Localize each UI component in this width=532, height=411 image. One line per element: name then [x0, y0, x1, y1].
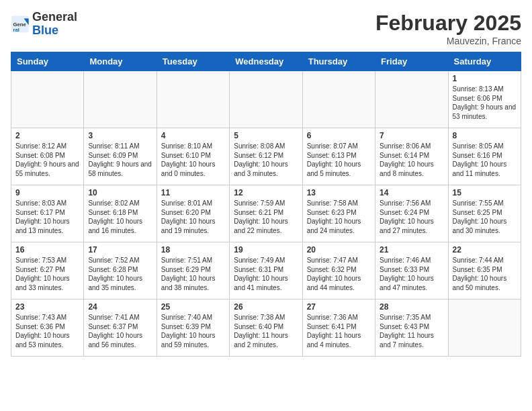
day-number: 4 — [161, 131, 225, 140]
calendar-cell: 18Sunrise: 7:51 AM Sunset: 6:29 PM Dayli… — [157, 242, 229, 300]
calendar-cell — [375, 71, 448, 128]
day-info: Sunrise: 7:51 AM Sunset: 6:29 PM Dayligh… — [161, 256, 225, 292]
day-number: 12 — [234, 188, 298, 197]
calendar-cell: 16Sunrise: 7:53 AM Sunset: 6:27 PM Dayli… — [11, 242, 84, 300]
weekday-header: Thursday — [302, 52, 375, 71]
calendar-cell: 20Sunrise: 7:47 AM Sunset: 6:32 PM Dayli… — [302, 242, 375, 300]
week-row: 2Sunrise: 8:12 AM Sunset: 6:08 PM Daylig… — [11, 128, 521, 185]
calendar-cell: 14Sunrise: 7:56 AM Sunset: 6:24 PM Dayli… — [375, 185, 448, 242]
calendar-cell: 1Sunrise: 8:13 AM Sunset: 6:06 PM Daylig… — [448, 71, 521, 128]
calendar-cell: 24Sunrise: 7:41 AM Sunset: 6:37 PM Dayli… — [84, 300, 157, 357]
day-info: Sunrise: 8:13 AM Sunset: 6:06 PM Dayligh… — [453, 85, 517, 121]
day-info: Sunrise: 8:03 AM Sunset: 6:17 PM Dayligh… — [15, 199, 79, 235]
day-number: 1 — [453, 74, 517, 83]
day-info: Sunrise: 8:02 AM Sunset: 6:18 PM Dayligh… — [88, 199, 152, 235]
day-info: Sunrise: 7:47 AM Sunset: 6:32 PM Dayligh… — [307, 256, 371, 292]
day-number: 13 — [307, 188, 371, 197]
logo-blue: Blue — [32, 24, 58, 37]
day-number: 23 — [15, 302, 79, 312]
calendar-cell: 4Sunrise: 8:10 AM Sunset: 6:10 PM Daylig… — [157, 128, 229, 185]
day-number: 27 — [307, 302, 371, 312]
calendar-cell: 26Sunrise: 7:38 AM Sunset: 6:40 PM Dayli… — [230, 300, 302, 357]
title-area: February 2025 Mauvezin, France — [375, 11, 521, 46]
weekday-header: Tuesday — [157, 52, 229, 71]
day-info: Sunrise: 7:53 AM Sunset: 6:27 PM Dayligh… — [15, 256, 79, 292]
day-info: Sunrise: 8:06 AM Sunset: 6:14 PM Dayligh… — [380, 142, 443, 178]
day-info: Sunrise: 8:11 AM Sunset: 6:09 PM Dayligh… — [88, 142, 152, 178]
day-info: Sunrise: 8:05 AM Sunset: 6:16 PM Dayligh… — [453, 142, 517, 178]
weekday-header: Friday — [375, 52, 448, 71]
calendar-cell: 8Sunrise: 8:05 AM Sunset: 6:16 PM Daylig… — [448, 128, 521, 185]
calendar-cell: 5Sunrise: 8:08 AM Sunset: 6:12 PM Daylig… — [230, 128, 302, 185]
day-number: 19 — [234, 245, 298, 255]
day-number: 26 — [234, 302, 298, 312]
calendar-cell: 2Sunrise: 8:12 AM Sunset: 6:08 PM Daylig… — [11, 128, 84, 185]
day-info: Sunrise: 7:52 AM Sunset: 6:28 PM Dayligh… — [88, 256, 152, 292]
logo-icon: Gene ral — [11, 15, 30, 34]
day-number: 17 — [88, 245, 152, 255]
day-number: 11 — [161, 188, 225, 197]
day-info: Sunrise: 7:59 AM Sunset: 6:21 PM Dayligh… — [234, 199, 298, 235]
day-info: Sunrise: 7:56 AM Sunset: 6:24 PM Dayligh… — [380, 199, 443, 235]
calendar-subtitle: Mauvezin, France — [375, 36, 521, 46]
day-number: 9 — [15, 188, 79, 197]
day-info: Sunrise: 7:43 AM Sunset: 6:36 PM Dayligh… — [15, 313, 79, 349]
day-number: 25 — [161, 302, 225, 312]
calendar-cell — [84, 71, 157, 128]
calendar-title: February 2025 — [375, 11, 521, 36]
day-number: 7 — [380, 131, 443, 140]
weekday-header: Saturday — [448, 52, 521, 71]
calendar-cell: 25Sunrise: 7:40 AM Sunset: 6:39 PM Dayli… — [157, 300, 229, 357]
calendar-cell: 9Sunrise: 8:03 AM Sunset: 6:17 PM Daylig… — [11, 185, 84, 242]
day-number: 15 — [453, 188, 517, 197]
week-row: 23Sunrise: 7:43 AM Sunset: 6:36 PM Dayli… — [11, 300, 521, 357]
day-number: 8 — [453, 131, 517, 140]
calendar-cell: 28Sunrise: 7:35 AM Sunset: 6:43 PM Dayli… — [375, 300, 448, 357]
logo-general: General — [32, 10, 77, 24]
week-row: 16Sunrise: 7:53 AM Sunset: 6:27 PM Dayli… — [11, 242, 521, 300]
day-number: 14 — [380, 188, 443, 197]
calendar-header-row: SundayMondayTuesdayWednesdayThursdayFrid… — [11, 52, 521, 71]
day-info: Sunrise: 7:49 AM Sunset: 6:31 PM Dayligh… — [234, 256, 298, 292]
calendar-cell: 11Sunrise: 8:01 AM Sunset: 6:20 PM Dayli… — [157, 185, 229, 242]
calendar-cell — [448, 300, 521, 357]
svg-text:ral: ral — [13, 26, 19, 32]
day-number: 3 — [88, 131, 152, 140]
day-number: 22 — [453, 245, 517, 255]
calendar-cell — [230, 71, 302, 128]
calendar-cell: 15Sunrise: 7:55 AM Sunset: 6:25 PM Dayli… — [448, 185, 521, 242]
week-row: 1Sunrise: 8:13 AM Sunset: 6:06 PM Daylig… — [11, 71, 521, 128]
calendar-cell: 17Sunrise: 7:52 AM Sunset: 6:28 PM Dayli… — [84, 242, 157, 300]
day-info: Sunrise: 7:35 AM Sunset: 6:43 PM Dayligh… — [380, 313, 443, 349]
logo: Gene ral General Blue — [11, 11, 77, 38]
day-number: 18 — [161, 245, 225, 255]
day-info: Sunrise: 7:58 AM Sunset: 6:23 PM Dayligh… — [307, 199, 371, 235]
calendar-cell — [11, 71, 84, 128]
calendar-cell: 13Sunrise: 7:58 AM Sunset: 6:23 PM Dayli… — [302, 185, 375, 242]
calendar-cell — [157, 71, 229, 128]
logo-text: General Blue — [32, 11, 77, 38]
day-number: 2 — [15, 131, 79, 140]
day-number: 20 — [307, 245, 371, 255]
week-row: 9Sunrise: 8:03 AM Sunset: 6:17 PM Daylig… — [11, 185, 521, 242]
calendar-cell: 7Sunrise: 8:06 AM Sunset: 6:14 PM Daylig… — [375, 128, 448, 185]
day-number: 21 — [380, 245, 443, 255]
day-info: Sunrise: 7:55 AM Sunset: 6:25 PM Dayligh… — [453, 199, 517, 235]
calendar-cell: 19Sunrise: 7:49 AM Sunset: 6:31 PM Dayli… — [230, 242, 302, 300]
day-number: 6 — [307, 131, 371, 140]
day-info: Sunrise: 7:38 AM Sunset: 6:40 PM Dayligh… — [234, 313, 298, 349]
day-number: 16 — [15, 245, 79, 255]
day-info: Sunrise: 8:10 AM Sunset: 6:10 PM Dayligh… — [161, 142, 225, 178]
day-info: Sunrise: 8:01 AM Sunset: 6:20 PM Dayligh… — [161, 199, 225, 235]
day-number: 24 — [88, 302, 152, 312]
day-info: Sunrise: 8:07 AM Sunset: 6:13 PM Dayligh… — [307, 142, 371, 178]
calendar-cell: 10Sunrise: 8:02 AM Sunset: 6:18 PM Dayli… — [84, 185, 157, 242]
weekday-header: Wednesday — [230, 52, 302, 71]
day-info: Sunrise: 7:41 AM Sunset: 6:37 PM Dayligh… — [88, 313, 152, 349]
calendar-cell — [302, 71, 375, 128]
calendar-cell: 6Sunrise: 8:07 AM Sunset: 6:13 PM Daylig… — [302, 128, 375, 185]
calendar-cell: 22Sunrise: 7:44 AM Sunset: 6:35 PM Dayli… — [448, 242, 521, 300]
calendar-cell: 27Sunrise: 7:36 AM Sunset: 6:41 PM Dayli… — [302, 300, 375, 357]
day-info: Sunrise: 7:40 AM Sunset: 6:39 PM Dayligh… — [161, 313, 225, 349]
day-info: Sunrise: 8:12 AM Sunset: 6:08 PM Dayligh… — [15, 142, 79, 178]
